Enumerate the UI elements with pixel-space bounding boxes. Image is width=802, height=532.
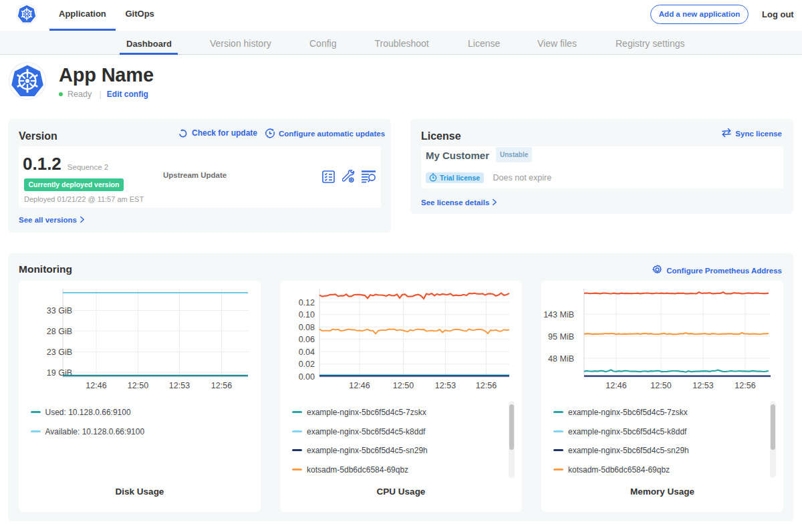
svg-text:33 GiB: 33 GiB: [47, 306, 72, 315]
svg-text:0.12: 0.12: [299, 298, 315, 307]
svg-text:0.10: 0.10: [299, 310, 315, 319]
svg-text:0.02: 0.02: [299, 360, 315, 369]
svg-text:12:53: 12:53: [435, 381, 456, 390]
svg-text:48 MiB: 48 MiB: [548, 354, 574, 364]
svg-text:0.00: 0.00: [299, 372, 315, 382]
svg-text:12:50: 12:50: [393, 381, 414, 390]
svg-text:23 GiB: 23 GiB: [47, 348, 72, 357]
svg-text:12:56: 12:56: [211, 381, 232, 390]
svg-text:12:56: 12:56: [476, 381, 497, 390]
svg-text:143 MiB: 143 MiB: [543, 310, 574, 319]
svg-text:12:46: 12:46: [349, 381, 370, 390]
svg-text:28 GiB: 28 GiB: [47, 327, 72, 336]
svg-text:0.04: 0.04: [299, 348, 315, 357]
svg-text:12:46: 12:46: [86, 381, 106, 390]
svg-text:0.08: 0.08: [299, 323, 315, 332]
svg-text:0.06: 0.06: [299, 335, 315, 344]
svg-text:12:50: 12:50: [650, 381, 671, 390]
svg-text:12:50: 12:50: [128, 381, 148, 390]
svg-text:12:53: 12:53: [692, 381, 713, 390]
svg-text:12:46: 12:46: [606, 381, 626, 390]
svg-text:12:56: 12:56: [734, 381, 755, 390]
svg-text:95 MiB: 95 MiB: [548, 332, 574, 342]
svg-text:12:53: 12:53: [169, 381, 190, 390]
